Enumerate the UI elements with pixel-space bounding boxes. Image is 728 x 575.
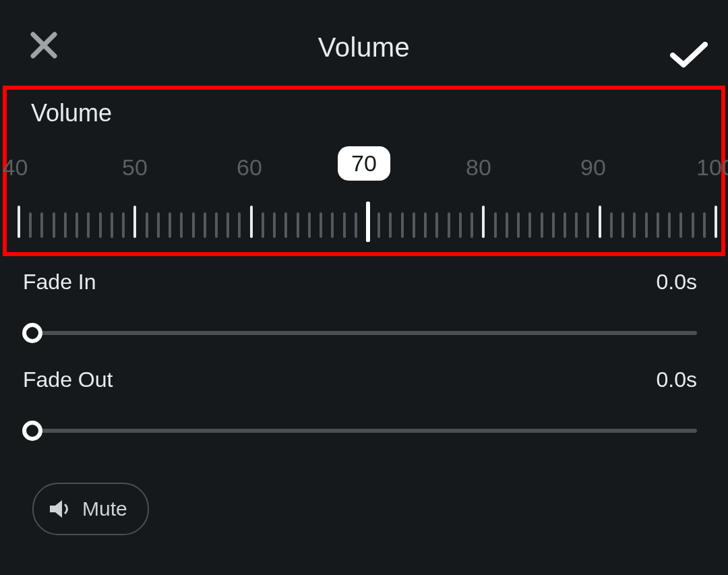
volume-scale-label: 80 — [466, 154, 491, 181]
slider-thumb[interactable] — [22, 421, 42, 441]
ruler-tick — [204, 212, 206, 238]
ruler-tick — [506, 212, 508, 238]
fade-out-label: Fade Out — [23, 367, 113, 392]
ruler-tick — [262, 212, 264, 238]
ruler-tick — [40, 212, 43, 238]
ruler-tick — [586, 212, 589, 238]
ruler-tick — [331, 212, 334, 238]
ruler-tick — [122, 212, 125, 238]
ruler-tick — [657, 212, 659, 238]
panel-title: Volume — [0, 32, 728, 63]
volume-scale-labels: 405060708090100 — [7, 154, 721, 188]
ruler-tick — [180, 212, 183, 238]
slider-track — [23, 331, 697, 335]
ruler-tick — [459, 212, 462, 238]
speaker-icon — [49, 498, 73, 520]
ruler-tick — [366, 202, 370, 242]
fade-in-row: Fade In 0.0s — [23, 270, 697, 343]
fade-in-label: Fade In — [23, 270, 96, 295]
volume-scale-label: 100 — [696, 154, 728, 181]
confirm-button[interactable] — [669, 39, 709, 71]
ruler-tick — [435, 212, 438, 238]
volume-panel: Volume Volume 405060708090100 Fade In 0.… — [0, 0, 728, 575]
ruler-tick — [528, 212, 531, 238]
volume-label: Volume — [31, 99, 112, 127]
fade-out-value: 0.0s — [657, 367, 697, 392]
ruler-tick — [482, 206, 485, 238]
ruler-tick — [668, 212, 671, 238]
ruler-tick — [552, 212, 555, 238]
volume-scale-highlight: Volume 405060708090100 — [3, 86, 725, 256]
fade-in-value: 0.0s — [657, 270, 697, 295]
ruler-tick — [238, 212, 241, 238]
ruler-tick — [215, 212, 218, 238]
volume-scale-label: 40 — [3, 154, 28, 181]
slider-track — [23, 429, 697, 433]
volume-selected-pill[interactable]: 70 — [338, 146, 390, 181]
ruler-tick — [111, 212, 113, 238]
fade-out-row: Fade Out 0.0s — [23, 367, 697, 441]
volume-scale-label: 90 — [580, 154, 606, 181]
ruler-tick — [87, 212, 90, 238]
ruler-tick — [679, 212, 682, 238]
ruler-tick — [621, 212, 624, 238]
ruler-tick — [541, 212, 543, 238]
ruler-tick — [633, 212, 636, 238]
ruler-tick — [610, 212, 613, 238]
ruler-tick — [703, 212, 706, 238]
ruler-tick — [471, 212, 473, 238]
ruler-tick — [575, 212, 578, 238]
mute-button[interactable]: Mute — [32, 483, 149, 535]
header: Volume — [0, 0, 728, 74]
check-icon — [670, 42, 708, 69]
ruler-tick — [308, 212, 311, 238]
ruler-tick — [157, 212, 160, 238]
volume-scale-label: 60 — [237, 154, 262, 181]
ruler-tick — [343, 212, 346, 238]
ruler-tick — [273, 212, 276, 238]
ruler-tick — [517, 212, 520, 238]
ruler-tick — [715, 206, 717, 238]
ruler-tick — [377, 212, 380, 238]
fade-in-slider[interactable] — [23, 323, 697, 343]
ruler-tick — [564, 212, 566, 238]
ruler-tick — [64, 212, 67, 238]
ruler-tick — [355, 212, 357, 238]
ruler-tick — [320, 212, 322, 238]
ruler-tick — [599, 206, 601, 238]
ruler-tick — [284, 212, 287, 238]
slider-thumb[interactable] — [22, 323, 42, 343]
ruler-tick — [448, 212, 450, 238]
ruler-tick — [413, 212, 415, 238]
ruler-tick — [133, 206, 136, 238]
volume-ruler[interactable] — [18, 203, 715, 243]
ruler-tick — [146, 212, 148, 238]
ruler-tick — [192, 212, 195, 238]
ruler-tick — [297, 212, 299, 238]
ruler-tick — [169, 212, 171, 238]
ruler-tick — [494, 212, 497, 238]
ruler-tick — [401, 212, 404, 238]
fade-out-slider[interactable] — [23, 421, 697, 441]
ruler-tick — [424, 212, 427, 238]
volume-scale-label: 50 — [122, 154, 148, 181]
mute-label: Mute — [82, 497, 127, 520]
ruler-tick — [18, 206, 20, 238]
ruler-tick — [389, 212, 392, 238]
ruler-tick — [250, 206, 253, 238]
ruler-tick — [226, 212, 229, 238]
ruler-tick — [53, 212, 55, 238]
ruler-tick — [99, 212, 102, 238]
ruler-tick — [645, 212, 648, 238]
ruler-tick — [75, 212, 78, 238]
ruler-tick — [692, 212, 694, 238]
ruler-tick — [29, 212, 32, 238]
